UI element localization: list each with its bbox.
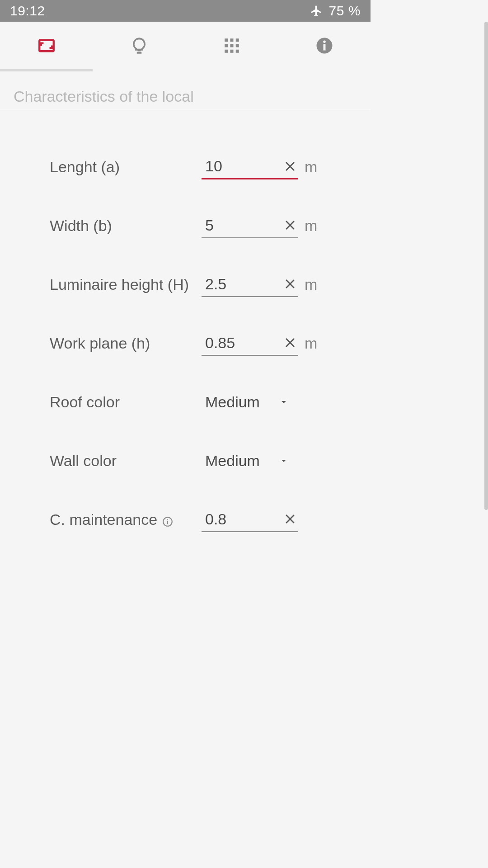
grid-icon [222, 36, 241, 57]
svg-rect-3 [235, 38, 239, 42]
input-work-plane[interactable]: 0.85 [202, 330, 298, 356]
unit-work-plane: m [298, 335, 324, 352]
form-characteristics: Lenght (a) 10 m Width (b) 5 m Luminaire … [0, 110, 371, 549]
label-work-plane: Work plane (h) [50, 335, 202, 352]
tab-grid[interactable] [185, 22, 278, 71]
chevron-down-icon [278, 455, 289, 466]
row-roof-color: Roof color Medium [0, 373, 371, 431]
bulb-icon [130, 36, 149, 57]
clear-width-icon[interactable] [284, 219, 296, 231]
svg-rect-7 [225, 50, 228, 53]
info-outline-icon[interactable] [162, 514, 174, 525]
unit-length: m [298, 158, 324, 176]
clear-work-plane-icon[interactable] [284, 336, 296, 349]
row-width: Width (b) 5 m [0, 196, 371, 255]
svg-rect-5 [230, 44, 233, 47]
dropdown-wall-color-value: Medium [202, 452, 278, 470]
info-icon [315, 36, 334, 57]
airplane-mode-icon [310, 5, 323, 17]
row-work-plane: Work plane (h) 0.85 m [0, 314, 371, 373]
unit-width: m [298, 217, 324, 235]
svg-rect-1 [225, 38, 228, 42]
label-roof-color: Roof color [50, 393, 202, 411]
unit-luminaire-height: m [298, 276, 324, 293]
dropdown-roof-color[interactable]: Medium [202, 389, 298, 415]
input-length[interactable]: 10 [202, 154, 298, 179]
tab-room[interactable] [0, 22, 93, 71]
label-maintenance: C. maintenance [50, 511, 202, 528]
tab-info[interactable] [278, 22, 371, 71]
label-maintenance-text: C. maintenance [50, 511, 157, 528]
svg-rect-11 [323, 44, 325, 51]
clear-maintenance-icon[interactable] [284, 513, 296, 525]
svg-rect-4 [225, 44, 228, 47]
row-luminaire-height: Luminaire height (H) 2.5 m [0, 255, 371, 314]
input-maintenance[interactable]: 0.8 [202, 507, 298, 532]
status-bar: 19:12 75 % [0, 0, 371, 22]
input-maintenance-value[interactable]: 0.8 [202, 510, 284, 528]
status-time: 19:12 [10, 3, 45, 19]
svg-rect-6 [235, 44, 239, 47]
label-length: Lenght (a) [50, 158, 202, 176]
svg-rect-8 [230, 50, 233, 53]
svg-rect-9 [235, 50, 239, 53]
status-battery: 75 % [329, 3, 361, 19]
row-maintenance: C. maintenance 0.8 [0, 490, 371, 549]
dropdown-roof-color-value: Medium [202, 393, 278, 411]
svg-point-15 [167, 519, 168, 520]
tab-lamp[interactable] [93, 22, 185, 71]
label-wall-color: Wall color [50, 452, 202, 470]
label-width: Width (b) [50, 217, 202, 235]
input-width-value[interactable]: 5 [202, 217, 284, 234]
input-work-plane-value[interactable]: 0.85 [202, 334, 284, 352]
section-title: Characteristics of the local [0, 77, 371, 110]
input-width[interactable]: 5 [202, 213, 298, 238]
row-wall-color: Wall color Medium [0, 431, 371, 490]
clear-luminaire-height-icon[interactable] [284, 278, 296, 290]
chevron-down-icon [278, 396, 289, 407]
tab-underline-active [0, 69, 93, 71]
svg-point-12 [323, 40, 326, 43]
status-right: 75 % [310, 3, 361, 19]
input-luminaire-height[interactable]: 2.5 [202, 272, 298, 297]
dropdown-wall-color[interactable]: Medium [202, 448, 298, 473]
input-luminaire-height-value[interactable]: 2.5 [202, 275, 284, 293]
row-length: Lenght (a) 10 m [0, 137, 371, 196]
label-luminaire-height: Luminaire height (H) [50, 276, 202, 293]
tab-bar [0, 22, 371, 71]
svg-rect-2 [230, 38, 233, 42]
input-length-value[interactable]: 10 [202, 157, 284, 175]
clear-length-icon[interactable] [284, 160, 296, 173]
aspect-ratio-icon [37, 36, 56, 57]
